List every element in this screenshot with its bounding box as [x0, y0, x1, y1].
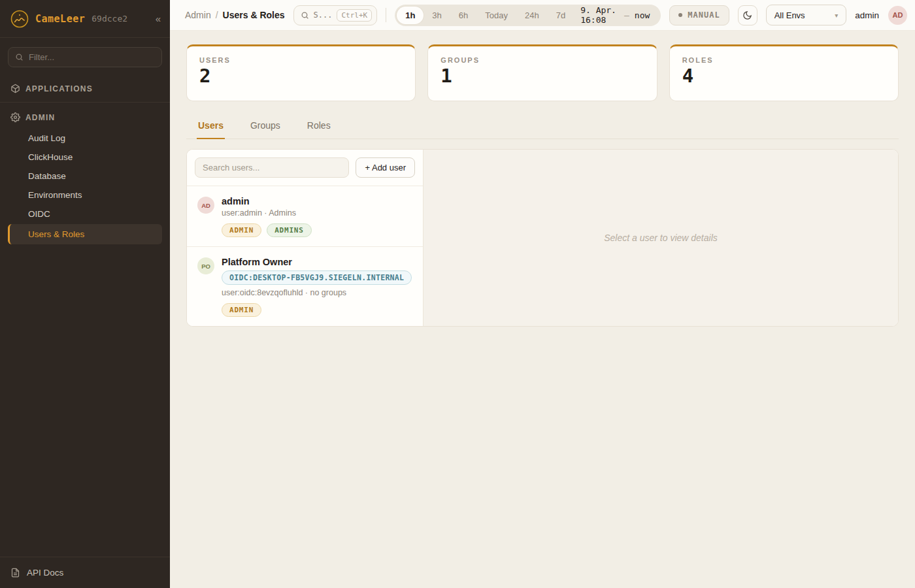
filter-placeholder: Filter... [29, 52, 54, 62]
time-range-buttons: 1h3h6hToday24h7d [397, 7, 574, 24]
status-dot [678, 13, 682, 17]
sidebar: CameLeer 69dcce2 « Filter... APPLICATION… [0, 0, 170, 588]
sidebar-nav-item[interactable]: Environments [8, 186, 162, 204]
sidebar-nav-item[interactable]: Database [8, 167, 162, 185]
camel-logo-icon [10, 10, 29, 28]
brand-name: CameLeer [35, 13, 85, 25]
stat-card: GROUPS 1 [427, 44, 657, 101]
section-label: APPLICATIONS [25, 84, 93, 93]
topbar: Admin / Users & Roles S... Ctrl+K 1h3h6h… [170, 0, 915, 31]
package-icon [10, 84, 20, 93]
user-cluster: admin AD [855, 6, 907, 25]
tab[interactable]: Groups [249, 116, 282, 139]
time-range-button[interactable]: 1h [397, 7, 424, 24]
time-range-button[interactable]: Today [476, 7, 516, 24]
api-docs-label: API Docs [27, 568, 63, 578]
sidebar-nav: APPLICATIONS ADMIN Audit LogClickHouseDa… [0, 76, 170, 244]
stat-card: ROLES 4 [669, 44, 899, 101]
user-list-item[interactable]: PO Platform Owner OIDC:DESKTOP-FB5VGJ9.S… [187, 247, 423, 326]
user-name: admin [222, 196, 312, 206]
section-label: ADMIN [25, 113, 55, 122]
sidebar-nav-item[interactable]: OIDC [8, 205, 162, 223]
user-avatar-button[interactable]: AD [888, 6, 907, 25]
divider [0, 37, 170, 38]
app-window: CameLeer 69dcce2 « Filter... APPLICATION… [0, 0, 915, 588]
user-badges: ADMIN [222, 303, 412, 317]
tab[interactable]: Roles [306, 116, 332, 139]
date-from: 9. Apr. 16:08 [580, 5, 619, 25]
global-search-button[interactable]: S... Ctrl+K [293, 5, 378, 25]
role-badge: ADMIN [222, 303, 261, 317]
user-list-column: + Add user AD admin user:admin · Admins … [187, 150, 424, 326]
sidebar-nav-item[interactable]: Audit Log [8, 129, 162, 147]
sidebar-header: CameLeer 69dcce2 « [0, 0, 170, 37]
current-username: admin [855, 10, 879, 20]
stat-value: 2 [199, 65, 403, 87]
user-meta: user:oidc:8evzqofluhld · no groups [222, 288, 412, 297]
time-range-button[interactable]: 6h [450, 7, 476, 24]
moon-icon [742, 10, 752, 20]
user-avatar: AD [197, 197, 214, 214]
search-icon [15, 53, 24, 61]
detail-placeholder-text: Select a user to view details [604, 233, 718, 243]
tab[interactable]: Users [197, 116, 225, 139]
user-detail-column: Select a user to view details [424, 150, 898, 326]
api-docs-link[interactable]: API Docs [0, 557, 170, 588]
stat-value: 1 [441, 65, 644, 87]
page-content: USERS 2 GROUPS 1 ROLES 4 UsersGroupsRole… [170, 31, 915, 588]
user-list-toolbar: + Add user [187, 150, 423, 186]
admin-nav-list: Audit LogClickHouseDatabaseEnvironmentsO… [8, 129, 162, 244]
stat-card: USERS 2 [186, 44, 416, 101]
stat-label: ROLES [682, 56, 886, 64]
keyboard-shortcut-badge: Ctrl+K [337, 9, 372, 22]
user-badges: ADMINADMINS [222, 223, 312, 237]
sidebar-filter-input[interactable]: Filter... [8, 47, 162, 67]
sidebar-nav-item[interactable]: Users & Roles [8, 224, 162, 244]
divider [0, 102, 170, 103]
user-info: Platform Owner OIDC:DESKTOP-FB5VGJ9.SIEG… [222, 257, 412, 317]
document-icon [10, 568, 20, 578]
sidebar-section-admin[interactable]: ADMIN [8, 106, 162, 128]
user-meta: user:admin · Admins [222, 208, 312, 218]
breadcrumb-parent[interactable]: Admin [185, 10, 211, 20]
main-area: Admin / Users & Roles S... Ctrl+K 1h3h6h… [170, 0, 915, 588]
date-to: now [635, 10, 650, 20]
stat-label: USERS [199, 56, 403, 64]
sidebar-collapse-button[interactable]: « [156, 14, 161, 24]
breadcrumb: Admin / Users & Roles [185, 10, 285, 20]
user-list-item[interactable]: AD admin user:admin · Admins ADMINADMINS [187, 186, 423, 247]
role-badge: ADMIN [222, 223, 261, 237]
date-separator: — [624, 10, 629, 20]
user-name: Platform Owner [222, 257, 412, 267]
stats-row: USERS 2 GROUPS 1 ROLES 4 [186, 44, 899, 101]
env-select-value: All Envs [774, 10, 805, 20]
role-badge: ADMINS [267, 223, 312, 237]
oidc-issuer-badge: OIDC:DESKTOP-FB5VGJ9.SIEGELN.INTERNAL [222, 270, 412, 285]
time-range-button[interactable]: 7d [548, 7, 574, 24]
refresh-mode-badge[interactable]: MANUAL [669, 5, 729, 25]
time-range-display[interactable]: 9. Apr. 16:08 — now [574, 5, 659, 25]
stat-value: 4 [682, 65, 886, 87]
time-range-button[interactable]: 24h [516, 7, 548, 24]
sidebar-nav-item[interactable]: ClickHouse [8, 148, 162, 166]
divider [386, 8, 386, 22]
time-range-control: 1h3h6hToday24h7d 9. Apr. 16:08 — now [395, 5, 661, 26]
mode-label: MANUAL [688, 10, 720, 20]
user-list: AD admin user:admin · Admins ADMINADMINS… [187, 186, 423, 326]
breadcrumb-current: Users & Roles [223, 10, 285, 20]
chevron-down-icon: ▾ [835, 12, 838, 19]
gear-icon [10, 112, 20, 122]
user-info: admin user:admin · Admins ADMINADMINS [222, 196, 312, 237]
users-panel: + Add user AD admin user:admin · Admins … [186, 149, 899, 327]
time-range-button[interactable]: 3h [424, 7, 450, 24]
search-users-input[interactable] [195, 157, 349, 178]
build-version: 69dcce2 [92, 14, 127, 24]
theme-toggle-button[interactable] [738, 5, 757, 25]
environment-select[interactable]: All Envs ▾ [766, 5, 847, 25]
stat-label: GROUPS [441, 56, 644, 64]
tabs-bar: UsersGroupsRoles [186, 116, 899, 139]
search-icon [301, 11, 309, 20]
search-placeholder: S... [314, 10, 333, 20]
sidebar-section-applications[interactable]: APPLICATIONS [8, 78, 162, 99]
add-user-button[interactable]: + Add user [356, 157, 415, 178]
